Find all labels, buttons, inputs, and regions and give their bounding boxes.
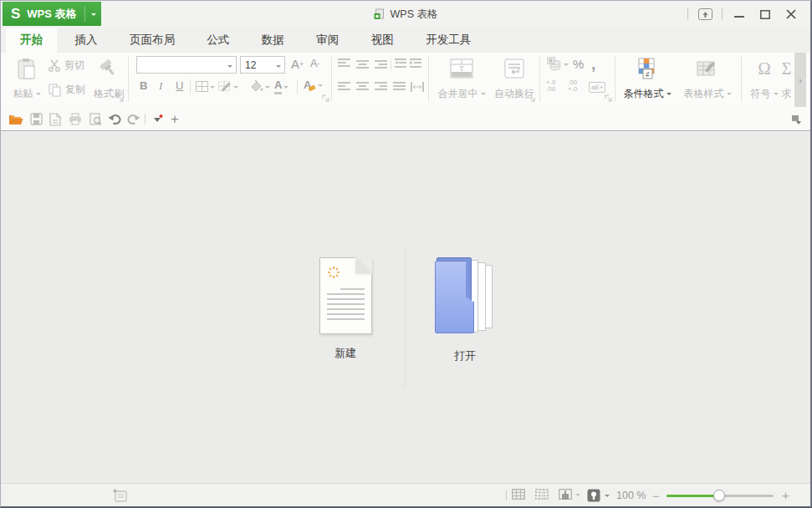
open-file-button[interactable] [8, 111, 24, 127]
tab-formulas[interactable]: 公式 [192, 28, 243, 53]
print-preview-icon [89, 113, 102, 126]
doc-line [327, 313, 365, 315]
copy-button[interactable]: 复制 [49, 83, 85, 97]
paste-button[interactable]: 粘贴 [8, 56, 46, 101]
save-button[interactable] [28, 111, 44, 127]
zoom-slider-thumb[interactable] [713, 490, 725, 501]
font-dialog-launcher[interactable] [322, 94, 329, 102]
normal-view-button[interactable] [512, 489, 525, 500]
convert-number-button[interactable]: aE+ [589, 82, 605, 93]
align-bottom-button[interactable] [375, 58, 387, 69]
fill-color-button[interactable] [249, 80, 270, 93]
borders-button[interactable] [196, 81, 215, 92]
font-color-button[interactable]: A [274, 79, 289, 94]
zoom-in-button[interactable]: + [782, 488, 789, 502]
distributed-align-button[interactable] [411, 82, 424, 92]
draw-border-grid-icon [218, 81, 232, 92]
tab-view[interactable]: 视图 [357, 28, 408, 53]
decrease-decimal-button[interactable]: .00+.0 [568, 79, 577, 93]
autosum-button-clipped[interactable]: Σ 求 [779, 56, 794, 101]
collapse-ribbon-button[interactable] [696, 6, 714, 23]
controls-divider [722, 8, 723, 20]
decrease-font-button[interactable]: A- [310, 57, 320, 69]
new-document-tab-button[interactable]: + [166, 111, 183, 127]
align-right-button[interactable] [375, 82, 387, 92]
status-divider [506, 490, 507, 500]
table-style-button[interactable]: 表格样式 [680, 56, 735, 101]
font-name-combobox[interactable] [136, 56, 237, 74]
eye-protection-mode-button[interactable] [587, 489, 610, 502]
page-break-preview-button[interactable] [535, 489, 549, 500]
scissors-icon [49, 59, 60, 72]
redo-button[interactable] [125, 111, 142, 127]
align-top-button[interactable] [338, 58, 350, 69]
customize-toolbar-button[interactable] [150, 111, 165, 127]
currency-format-button[interactable]: ¥ [547, 57, 569, 71]
comma-format-button[interactable]: , [591, 55, 595, 74]
status-bar: 100 % − + [1, 483, 810, 507]
close-icon [786, 9, 796, 19]
chevron-down-icon [774, 93, 779, 98]
align-middle-button[interactable] [356, 58, 369, 69]
start-page: 新建 打开 [1, 132, 810, 483]
increase-font-button[interactable]: A+ [291, 57, 304, 71]
chevron-down-icon [318, 84, 323, 89]
cut-button[interactable]: 剪切 [49, 58, 84, 73]
increase-indent-button[interactable] [410, 58, 421, 69]
clipboard-dialog-launcher[interactable] [116, 94, 124, 102]
paste-clipboard-icon [17, 58, 37, 80]
page-layout-view-button[interactable] [559, 489, 580, 500]
undo-button[interactable] [106, 111, 123, 127]
underline-button[interactable]: U [176, 79, 183, 92]
conditional-formatting-icon: ≠ [637, 58, 657, 79]
tab-home[interactable]: 开始 [6, 28, 57, 53]
ribbon-overflow-button[interactable]: › [794, 53, 806, 107]
status-info-button[interactable] [113, 489, 127, 502]
open-document-button[interactable]: 打开 [427, 257, 503, 363]
zoom-slider[interactable] [666, 495, 774, 497]
close-button[interactable] [782, 6, 800, 23]
eraser-icon [308, 84, 316, 92]
percent-format-button[interactable]: % [573, 57, 584, 71]
new-document-button[interactable]: 新建 [308, 257, 383, 361]
quick-access-toolbar: + [1, 107, 810, 131]
justify-button[interactable] [393, 82, 406, 92]
symbol-button[interactable]: Ω 符号 [746, 56, 783, 101]
italic-button[interactable]: I [159, 79, 162, 93]
align-left-button[interactable] [338, 82, 350, 92]
tab-insert[interactable]: 插入 [60, 28, 111, 53]
conditional-formatting-button[interactable]: ≠ 条件格式 [620, 56, 674, 101]
distributed-align-icon [411, 82, 424, 92]
window-controls [687, 1, 800, 28]
font-size-combobox[interactable]: 12 [240, 56, 285, 74]
hide-toolbar-button[interactable] [788, 111, 804, 127]
decrease-indent-button[interactable] [395, 58, 406, 69]
print-button[interactable] [67, 111, 84, 127]
increase-decimal-button[interactable]: +.0.00 [546, 79, 555, 93]
increase-indent-icon [410, 58, 421, 69]
chevron-down-icon [36, 93, 41, 98]
number-dialog-launcher[interactable] [605, 94, 612, 102]
tab-page-layout[interactable]: 页面布局 [115, 28, 189, 53]
wps-menu-button[interactable]: S WPS 表格 [3, 2, 101, 26]
tab-data[interactable]: 数据 [248, 28, 299, 53]
group-divider [539, 57, 540, 102]
align-center-button[interactable] [356, 82, 369, 92]
alignment-dialog-launcher[interactable] [528, 94, 535, 102]
clear-format-button[interactable]: A [304, 79, 323, 91]
svg-text:≠: ≠ [646, 70, 650, 79]
print-preview-button[interactable] [87, 111, 104, 127]
export-pdf-button[interactable] [47, 111, 64, 127]
svg-text:¥: ¥ [549, 58, 553, 64]
merge-center-button[interactable]: T 合并居中 [434, 56, 489, 101]
tab-developer[interactable]: 开发工具 [411, 28, 485, 53]
bold-button[interactable]: B [140, 79, 147, 92]
wps-logo: S [11, 6, 21, 23]
tab-review[interactable]: 审阅 [302, 28, 353, 53]
toolbar-divider [145, 114, 146, 124]
draw-border-button[interactable] [218, 81, 238, 92]
maximize-button[interactable] [756, 6, 774, 23]
zoom-out-button[interactable]: − [652, 489, 660, 503]
minimize-button[interactable] [730, 6, 748, 23]
doc-line [327, 318, 365, 320]
